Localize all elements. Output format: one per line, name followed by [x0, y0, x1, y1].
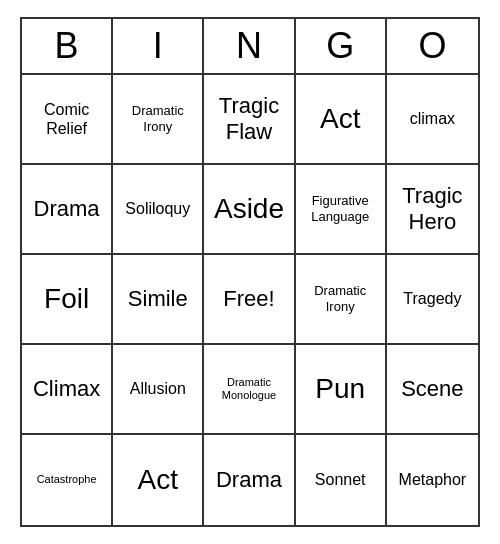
- cell-text-r0-c0: Comic Relief: [26, 100, 107, 138]
- cell-text-r1-c4: Tragic Hero: [391, 183, 474, 236]
- cell-r0-c4: climax: [387, 75, 478, 165]
- cell-r2-c0: Foil: [22, 255, 113, 345]
- cell-r4-c2: Drama: [204, 435, 295, 525]
- cell-r1-c3: Figurative Language: [296, 165, 387, 255]
- bingo-header: BINGO: [20, 17, 480, 73]
- cell-text-r2-c2: Free!: [223, 286, 274, 312]
- bingo-grid: Comic ReliefDramatic IronyTragic FlawAct…: [20, 73, 480, 527]
- cell-r1-c2: Aside: [204, 165, 295, 255]
- header-letter-b: B: [22, 19, 113, 73]
- cell-r3-c2: Dramatic Monologue: [204, 345, 295, 435]
- cell-text-r3-c2: Dramatic Monologue: [208, 376, 289, 402]
- cell-text-r0-c3: Act: [320, 102, 360, 136]
- cell-r4-c4: Metaphor: [387, 435, 478, 525]
- cell-r4-c1: Act: [113, 435, 204, 525]
- cell-r2-c4: Tragedy: [387, 255, 478, 345]
- cell-text-r3-c4: Scene: [401, 376, 463, 402]
- cell-text-r2-c0: Foil: [44, 282, 89, 316]
- cell-r3-c3: Pun: [296, 345, 387, 435]
- cell-r3-c0: Climax: [22, 345, 113, 435]
- cell-r2-c1: Simile: [113, 255, 204, 345]
- cell-r0-c1: Dramatic Irony: [113, 75, 204, 165]
- cell-r0-c2: Tragic Flaw: [204, 75, 295, 165]
- cell-text-r3-c1: Allusion: [130, 379, 186, 398]
- cell-text-r4-c3: Sonnet: [315, 470, 366, 489]
- cell-r0-c3: Act: [296, 75, 387, 165]
- header-letter-g: G: [296, 19, 387, 73]
- cell-text-r2-c1: Simile: [128, 286, 188, 312]
- cell-text-r0-c2: Tragic Flaw: [208, 93, 289, 146]
- cell-r4-c3: Sonnet: [296, 435, 387, 525]
- cell-text-r1-c1: Soliloquy: [125, 199, 190, 218]
- header-letter-i: I: [113, 19, 204, 73]
- cell-text-r4-c4: Metaphor: [399, 470, 467, 489]
- cell-text-r0-c4: climax: [410, 109, 455, 128]
- cell-r3-c4: Scene: [387, 345, 478, 435]
- cell-text-r1-c0: Drama: [34, 196, 100, 222]
- bingo-card: BINGO Comic ReliefDramatic IronyTragic F…: [10, 7, 490, 537]
- cell-text-r4-c1: Act: [138, 463, 178, 497]
- cell-r4-c0: Catastrophe: [22, 435, 113, 525]
- cell-text-r2-c4: Tragedy: [403, 289, 461, 308]
- cell-text-r3-c0: Climax: [33, 376, 100, 402]
- cell-text-r3-c3: Pun: [315, 372, 365, 406]
- cell-text-r1-c3: Figurative Language: [300, 193, 381, 224]
- cell-text-r2-c3: Dramatic Irony: [300, 283, 381, 314]
- cell-text-r0-c1: Dramatic Irony: [117, 103, 198, 134]
- cell-r2-c2: Free!: [204, 255, 295, 345]
- cell-r1-c1: Soliloquy: [113, 165, 204, 255]
- cell-r1-c4: Tragic Hero: [387, 165, 478, 255]
- header-letter-o: O: [387, 19, 478, 73]
- header-letter-n: N: [204, 19, 295, 73]
- cell-text-r4-c0: Catastrophe: [37, 473, 97, 486]
- cell-r3-c1: Allusion: [113, 345, 204, 435]
- cell-r2-c3: Dramatic Irony: [296, 255, 387, 345]
- cell-text-r1-c2: Aside: [214, 192, 284, 226]
- cell-text-r4-c2: Drama: [216, 467, 282, 493]
- cell-r1-c0: Drama: [22, 165, 113, 255]
- cell-r0-c0: Comic Relief: [22, 75, 113, 165]
